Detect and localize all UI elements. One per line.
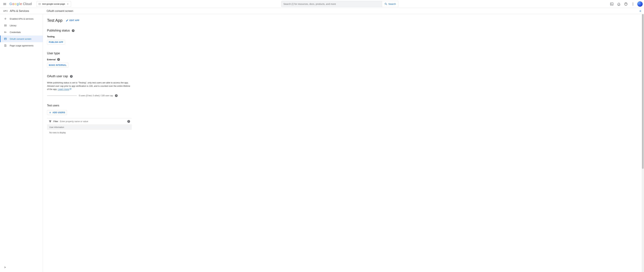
table-header-user-info: User information	[47, 125, 132, 130]
svg-rect-4	[610, 3, 613, 5]
publishing-status-value: Testing	[47, 35, 170, 38]
add-users-label: ADD USERS	[52, 111, 65, 114]
svg-rect-9	[641, 10, 641, 12]
page-title: OAuth consent screen	[47, 9, 73, 12]
product-area: API APIs & Services	[0, 9, 43, 12]
search-wrap: Search	[72, 1, 607, 7]
sidenav-item-label: Page usage agreements	[10, 44, 34, 47]
menu-icon	[3, 2, 6, 6]
search-box: Search	[281, 1, 398, 7]
external-link-icon	[70, 88, 72, 91]
help-icon[interactable]: ?	[72, 29, 74, 32]
publish-app-label: PUBLISH APP	[49, 41, 63, 43]
filter-bar: Filter ?	[47, 118, 132, 125]
user-cap-description: While publishing status is set to "Testi…	[47, 81, 132, 91]
second-bar: API APIs & Services OAuth consent screen	[0, 8, 644, 14]
enabled-apis-icon	[4, 17, 7, 20]
top-bar: Google Cloud test-google-social-page Sea…	[0, 0, 644, 8]
sidenav-item-page-usage[interactable]: Page usage agreements	[0, 42, 43, 49]
top-right-actions	[608, 1, 643, 7]
project-name: test-google-social-page	[42, 3, 65, 5]
user-cap-progress-text: 0 users (0 test, 0 other) / 100 user cap	[79, 95, 113, 97]
terminal-icon	[610, 2, 614, 6]
sidenav: Enabled APIs & services Library Credenti…	[0, 14, 43, 272]
scrollbar[interactable]	[642, 14, 644, 272]
sidenav-item-label: OAuth consent screen	[10, 38, 32, 40]
edit-app-button[interactable]: EDIT APP	[66, 19, 79, 22]
user-cap-progress-row: 0 users (0 test, 0 other) / 100 user cap…	[47, 94, 170, 97]
more-vert-icon	[631, 2, 635, 6]
publish-app-button[interactable]: PUBLISH APP	[47, 40, 65, 45]
svg-point-2	[38, 4, 39, 5]
pencil-icon	[66, 19, 68, 22]
sidenav-item-credentials[interactable]: Credentials	[0, 29, 43, 35]
user-type-section: User type External ? MAKE INTERNAL	[47, 52, 170, 67]
svg-point-10	[5, 19, 6, 19]
avatar[interactable]	[637, 1, 643, 7]
project-icon	[38, 3, 41, 5]
help-icon[interactable]: ?	[57, 58, 60, 61]
key-icon	[4, 31, 7, 34]
svg-point-0	[38, 3, 39, 3]
svg-point-11	[4, 32, 5, 33]
hide-panel-button[interactable]	[637, 8, 643, 14]
body: Enabled APIs & services Library Credenti…	[0, 14, 644, 272]
help-icon[interactable]: ?	[127, 120, 130, 123]
oauth-user-cap-section: OAuth user cap ? While publishing status…	[47, 75, 170, 97]
user-type-title: User type	[47, 52, 60, 55]
search-button[interactable]: Search	[382, 1, 398, 7]
agreement-icon	[4, 44, 7, 47]
svg-rect-13	[4, 267, 5, 268]
edit-app-label: EDIT APP	[70, 19, 79, 22]
test-users-section: Test users ADD USERS Filter ? User infor…	[47, 104, 170, 136]
hamburger-menu-button[interactable]	[1, 1, 8, 7]
help-button[interactable]	[622, 1, 629, 7]
user-cap-progress-bar	[47, 95, 77, 96]
help-icon[interactable]: ?	[70, 75, 73, 78]
svg-point-6	[632, 2, 633, 3]
sidenav-item-label: Enabled APIs & services	[10, 17, 34, 20]
product-title: APIs & Services	[10, 9, 29, 12]
help-icon	[624, 2, 628, 6]
table-empty-text: No rows to display	[47, 130, 132, 136]
svg-point-7	[632, 4, 633, 4]
test-users-title: Test users	[47, 104, 59, 107]
sidenav-item-label: Credentials	[10, 31, 21, 33]
filter-icon	[49, 120, 52, 123]
search-input[interactable]	[282, 1, 382, 7]
publishing-status-title: Publishing status	[47, 29, 70, 32]
content: Test App EDIT APP Publishing status ? Te…	[43, 14, 644, 272]
library-icon	[4, 24, 7, 27]
sidenav-item-library[interactable]: Library	[0, 22, 43, 29]
filter-label: Filter	[53, 120, 58, 123]
project-picker[interactable]: test-google-social-page	[36, 1, 71, 7]
search-icon	[384, 2, 388, 5]
add-users-button[interactable]: ADD USERS	[47, 110, 67, 115]
user-type-value: External	[47, 58, 56, 61]
svg-point-8	[632, 5, 633, 5]
user-cap-title: OAuth user cap	[47, 75, 68, 78]
learn-more-link[interactable]: Learn more	[58, 88, 69, 91]
search-button-label: Search	[388, 3, 396, 5]
plus-icon	[49, 111, 52, 114]
collapse-sidenav-button[interactable]	[0, 265, 43, 270]
app-name: Test App	[47, 18, 62, 23]
more-button[interactable]	[630, 1, 636, 7]
chevron-down-icon	[66, 2, 69, 5]
make-internal-button[interactable]: MAKE INTERNAL	[47, 63, 68, 67]
page-title-bar: OAuth consent screen	[43, 8, 644, 14]
cloud-shell-button[interactable]	[608, 1, 615, 7]
make-internal-label: MAKE INTERNAL	[49, 64, 66, 66]
api-badge: API	[3, 10, 8, 12]
cloud-label: Cloud	[23, 2, 32, 6]
consent-icon	[4, 37, 7, 40]
help-icon[interactable]: ?	[115, 94, 118, 97]
notifications-button[interactable]	[616, 1, 622, 7]
svg-point-3	[40, 4, 40, 5]
google-cloud-logo[interactable]: Google Cloud	[10, 2, 32, 6]
svg-point-1	[40, 3, 40, 3]
bell-icon	[617, 2, 621, 6]
sidenav-item-enabled-apis[interactable]: Enabled APIs & services	[0, 15, 43, 22]
sidenav-item-oauth-consent[interactable]: OAuth consent screen	[0, 35, 43, 42]
filter-input[interactable]	[60, 120, 126, 123]
